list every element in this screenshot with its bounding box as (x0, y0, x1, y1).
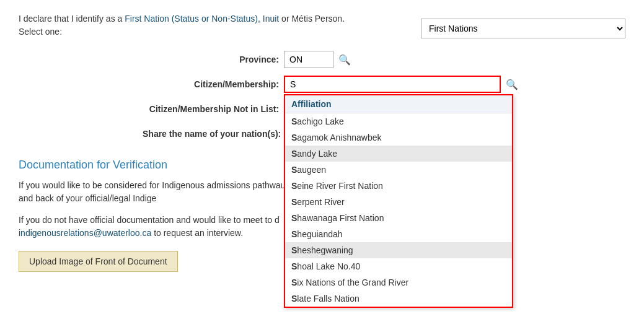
province-search-icon[interactable]: 🔍 (338, 54, 351, 66)
dropdown-item-shoal[interactable]: Shoal Lake No.40 (285, 258, 512, 274)
right-col-text: o-op workterms, etc. of Use and Collecti… (501, 152, 625, 319)
declaration-link: First Nation (Status or Non-Status), Inu… (125, 14, 279, 24)
declaration-text: I declare that I identify as a First Nat… (19, 12, 366, 38)
dropdown-item-serpent[interactable]: Serpent River (285, 194, 512, 210)
dropdown-item-sheguiandah[interactable]: Sheguiandah (285, 226, 512, 242)
membership-search-icon[interactable]: 🔍 (506, 79, 518, 90)
dropdown-item-sheshegwaning[interactable]: Sheshegwaning (285, 242, 512, 258)
membership-row: Citizen/Membership: Affiliation Sachigo … (143, 76, 625, 93)
share-name-label: Share the name of your nation(s): (143, 129, 281, 139)
dropdown-item-saugeen[interactable]: Saugeen (285, 162, 512, 178)
province-input[interactable] (284, 51, 333, 68)
autocomplete-dropdown: Affiliation Sachigo Lake Sagamok Anishna… (284, 94, 513, 308)
dropdown-item-sandy-lake[interactable]: Sandy Lake (285, 146, 512, 162)
dropdown-item-sagamok[interactable]: Sagamok Anishnawbek (285, 129, 512, 146)
dropdown-item-shawanaga[interactable]: Shawanaga First Nation (285, 210, 512, 226)
identity-select[interactable]: First Nations (421, 19, 625, 38)
upload-button[interactable]: Upload Image of Front of Document (19, 251, 178, 272)
dropdown-item-slate[interactable]: Slate Falls Nation (285, 291, 512, 307)
dropdown-header: Affiliation (285, 95, 512, 113)
dropdown-item-sachigo[interactable]: Sachigo Lake (285, 113, 512, 129)
not-in-list-label: Citizen/Membership Not in List: (143, 104, 279, 114)
indigenous-relations-email[interactable]: indigenousrelations@uwaterloo.ca (19, 228, 151, 238)
membership-label: Citizen/Membership: (143, 79, 279, 89)
membership-input[interactable] (284, 76, 501, 93)
province-label: Province: (143, 55, 279, 64)
province-row: Province: 🔍 (143, 51, 625, 68)
dropdown-item-seine[interactable]: Seine River First Nation (285, 178, 512, 194)
dropdown-item-six-nations[interactable]: Six Nations of the Grand River (285, 274, 512, 291)
